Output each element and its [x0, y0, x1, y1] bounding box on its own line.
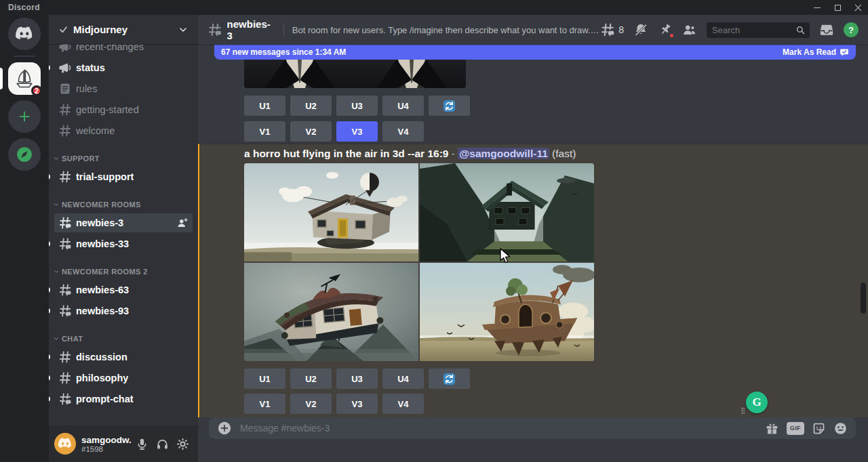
search-box[interactable] [707, 22, 810, 38]
variation-button-v3[interactable]: V3 [336, 394, 378, 414]
unread-pill [49, 287, 50, 293]
variation-button-v1[interactable]: V1 [244, 121, 285, 142]
headphones-icon [156, 438, 169, 450]
username: samgoodw... [81, 435, 132, 445]
help-button[interactable]: ? [844, 22, 859, 37]
reroll-button[interactable] [429, 369, 470, 389]
window-close-button[interactable] [848, 0, 868, 15]
add-server-button[interactable] [0, 100, 49, 133]
sidebar-item-newbies-33[interactable]: newbies-33 [54, 234, 193, 253]
explore-servers-button[interactable] [0, 138, 49, 171]
sidebar-item-rules[interactable]: rules [54, 79, 193, 98]
generated-image-2[interactable] [420, 163, 594, 261]
threads-count: 8 [618, 24, 624, 35]
category-support[interactable]: SUPPORT [49, 150, 198, 167]
threads-button[interactable] [600, 22, 615, 37]
hash-icon [58, 124, 72, 138]
deafen-button[interactable] [152, 434, 172, 454]
channel-topic[interactable]: Bot room for new users. Type /imagine th… [292, 25, 600, 35]
window-maximize-button[interactable] [827, 0, 848, 15]
variation-button-v2[interactable]: V2 [290, 121, 332, 142]
unread-pill [49, 375, 50, 381]
search-icon [795, 25, 806, 35]
user-mention[interactable]: @samgoodwill-11 [458, 148, 549, 159]
pinned-messages-button[interactable] [658, 22, 673, 37]
sticker-icon[interactable] [812, 421, 826, 436]
verified-check-icon [58, 24, 68, 35]
home-button[interactable] [0, 18, 49, 50]
chevron-down-icon [178, 24, 189, 35]
variation-button-v4[interactable]: V4 [382, 394, 424, 414]
window-minimize-button[interactable] [807, 0, 827, 15]
user-settings-button[interactable] [172, 434, 193, 454]
message-input[interactable] [239, 422, 758, 434]
mark-as-read-button[interactable]: Mark As Read [783, 47, 849, 57]
user-avatar[interactable] [54, 433, 76, 455]
invite-people-icon[interactable] [176, 217, 189, 229]
members-icon [682, 22, 697, 37]
new-messages-text: 67 new messages since 1:34 AM [221, 47, 346, 57]
upscale-button-u2[interactable]: U2 [290, 369, 332, 389]
sidebar-item-recent-changes[interactable]: recent-changes [54, 44, 193, 56]
member-list-button[interactable] [682, 22, 697, 37]
unread-pill [49, 241, 50, 247]
sidebar-item-status[interactable]: status [54, 58, 193, 77]
threads-icon [600, 22, 615, 37]
emoji-icon[interactable] [833, 421, 848, 436]
close-icon [854, 4, 862, 12]
generated-image-4[interactable] [420, 263, 594, 361]
gear-icon [176, 438, 189, 450]
generated-image-attachment[interactable] [244, 60, 466, 88]
inbox-button[interactable] [819, 22, 834, 37]
server-icon-midjourney[interactable]: 2 [0, 62, 49, 95]
mute-mic-button[interactable] [132, 434, 152, 454]
upscale-button-u4[interactable]: U4 [382, 369, 424, 389]
user-discriminator: #1598 [81, 445, 132, 453]
unread-pill [49, 65, 50, 70]
attach-file-button[interactable] [217, 421, 232, 436]
upscale-button-u3[interactable]: U3 [336, 369, 378, 389]
variation-button-v3-active[interactable]: V3 [336, 121, 378, 142]
variation-button-v1[interactable]: V1 [244, 394, 285, 414]
sidebar-item-newbies-93[interactable]: newbies-93 [54, 301, 193, 320]
channel-sidebar: Midjourney recent-changes status rules g… [49, 15, 198, 462]
gif-picker-button[interactable]: GIF [787, 422, 804, 435]
reroll-button[interactable] [429, 96, 470, 116]
mention-count-badge: 2 [31, 85, 42, 96]
sidebar-item-trial-support[interactable]: trial-support [54, 167, 193, 186]
upscale-button-u4[interactable]: U4 [382, 96, 424, 116]
category-chat[interactable]: CHAT [49, 330, 198, 348]
new-messages-banner[interactable]: 67 new messages since 1:34 AM Mark As Re… [214, 45, 856, 60]
grammarly-widget[interactable]: G [746, 392, 768, 413]
upscale-button-u1[interactable]: U1 [244, 369, 285, 389]
server-header[interactable]: Midjourney [49, 15, 198, 44]
chevron-down-icon [53, 268, 60, 275]
sidebar-item-newbies-3[interactable]: newbies-3 [54, 213, 193, 232]
sidebar-item-prompt-chat[interactable]: prompt-chat [54, 390, 193, 408]
upscale-button-u1[interactable]: U1 [244, 96, 285, 116]
generated-image-3[interactable] [244, 263, 418, 361]
megaphone-icon [58, 44, 72, 54]
gift-icon[interactable] [765, 421, 779, 436]
generated-image-1[interactable] [244, 163, 418, 261]
channel-header: newbies-3 Bot room for new users. Type /… [198, 15, 868, 45]
upscale-button-u3[interactable]: U3 [336, 96, 378, 116]
category-newcomer-rooms[interactable]: NEWCOMER ROOMS [49, 196, 198, 213]
search-input[interactable] [711, 24, 795, 36]
image-grid-attachment[interactable] [244, 163, 594, 361]
upscale-button-u2[interactable]: U2 [290, 96, 332, 116]
sidebar-item-newbies-63[interactable]: newbies-63 [54, 280, 193, 299]
sidebar-item-discussion[interactable]: discussion [54, 348, 193, 366]
sidebar-item-getting-started[interactable]: getting-started [54, 100, 193, 119]
chat-scrollbar-thumb[interactable] [861, 282, 866, 314]
category-newcomer-rooms-2[interactable]: NEWCOMER ROOMS 2 [49, 263, 198, 280]
unread-pill [49, 396, 50, 402]
variation-button-v2[interactable]: V2 [290, 394, 332, 414]
variation-button-v4[interactable]: V4 [382, 121, 424, 142]
notification-settings-button[interactable] [633, 22, 648, 37]
sidebar-item-welcome[interactable]: welcome [54, 121, 193, 140]
sidebar-item-philosophy[interactable]: philosophy [54, 369, 193, 387]
chevron-down-icon [53, 155, 60, 162]
unread-pill [49, 174, 50, 180]
inbox-icon [819, 22, 834, 37]
